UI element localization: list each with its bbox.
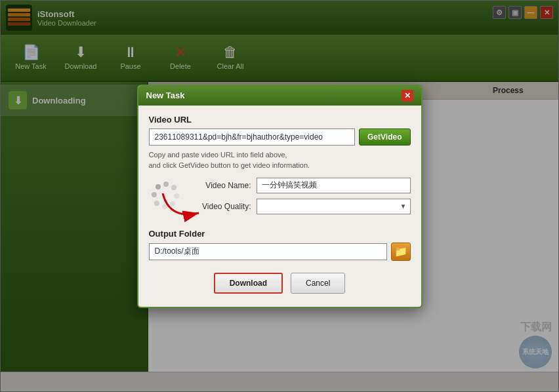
new-task-dialog: New Task ✕ Video URL GetVideo Copy and p… — [137, 85, 423, 308]
video-url-section-label: Video URL — [149, 115, 411, 125]
url-input[interactable] — [149, 128, 356, 146]
video-name-input[interactable] — [257, 178, 411, 193]
output-section: Output Folder 📁 — [149, 229, 411, 261]
svg-point-5 — [163, 182, 169, 187]
svg-point-6 — [171, 185, 176, 190]
dialog-actions: Download Cancel — [149, 270, 411, 298]
dialog-close-button[interactable]: ✕ — [402, 90, 413, 102]
form-rows: Video Name: Video Quality: ▼ — [192, 178, 411, 220]
video-name-row: Video Name: — [192, 178, 411, 193]
video-quality-select-wrapper: ▼ — [257, 199, 411, 214]
dialog-body: Video URL GetVideo Copy and paste video … — [138, 106, 421, 307]
svg-point-7 — [174, 193, 179, 199]
dialog-title: New Task — [146, 90, 185, 100]
dialog-title-bar: New Task ✕ — [138, 86, 421, 106]
output-folder-label: Output Folder — [149, 229, 411, 239]
folder-row: 📁 — [149, 243, 411, 261]
video-quality-label: Video Quality: — [192, 202, 251, 211]
svg-point-8 — [170, 201, 175, 206]
modal-overlay: New Task ✕ Video URL GetVideo Copy and p… — [1, 1, 558, 391]
spinner-icon — [150, 179, 182, 210]
video-quality-row: Video Quality: ▼ — [192, 199, 411, 214]
folder-input[interactable] — [149, 243, 387, 260]
video-name-label: Video Name: — [192, 181, 251, 190]
svg-point-9 — [162, 204, 167, 209]
video-quality-select[interactable] — [257, 199, 411, 214]
folder-browse-button[interactable]: 📁 — [391, 243, 411, 261]
url-row: GetVideo — [149, 128, 411, 146]
spinner-area — [149, 178, 183, 212]
video-info-area: Video Name: Video Quality: ▼ — [149, 178, 411, 220]
get-video-button[interactable]: GetVideo — [359, 128, 410, 146]
main-window: iStonsoft Video Downloader ⚙ ▣ — ✕ 📄 New… — [0, 0, 559, 392]
svg-point-10 — [154, 201, 159, 206]
dialog-download-button[interactable]: Download — [214, 273, 283, 294]
svg-point-11 — [152, 192, 157, 197]
svg-point-12 — [155, 184, 161, 189]
dialog-cancel-button[interactable]: Cancel — [291, 273, 345, 294]
folder-icon: 📁 — [394, 245, 407, 258]
hint-text: Copy and paste video URL into field abov… — [149, 149, 411, 171]
